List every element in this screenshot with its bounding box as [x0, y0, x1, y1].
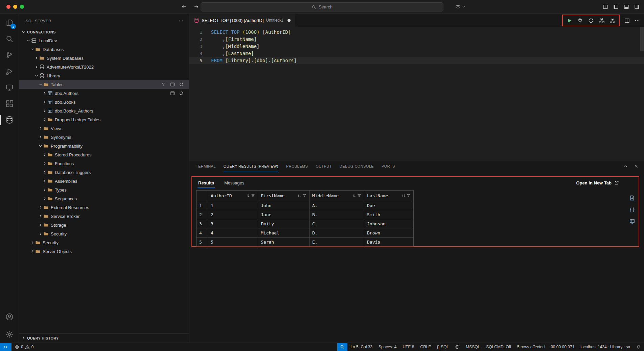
sql-server-activity-button[interactable] — [0, 112, 19, 128]
query-duration-status[interactable]: 00:00:00.071 — [548, 343, 577, 351]
tree-item-security-server[interactable]: Security — [19, 238, 189, 247]
panel-tab-query-results[interactable]: QUERY RESULTS (PREVIEW) — [224, 160, 278, 172]
language-globe-status[interactable] — [452, 343, 463, 351]
problems-status[interactable]: 0 0 — [12, 343, 37, 351]
tree-item-dbo-books[interactable]: dbo.Books — [19, 98, 189, 106]
panel-tab-output[interactable]: OUTPUT — [316, 160, 332, 172]
sidebar-more-actions-button[interactable] — [178, 18, 184, 24]
maximize-panel-button[interactable] — [623, 164, 628, 169]
grid-row[interactable]: 5 5 Sarah E. Davis — [197, 237, 414, 247]
grid-column-authorid[interactable]: AuthorID — [208, 191, 258, 201]
grid-row[interactable]: 2 2 Jane B. Smith — [197, 210, 414, 219]
sort-icon[interactable] — [297, 194, 301, 198]
panel-tab-problems[interactable]: PROBLEMS — [286, 160, 308, 172]
more-actions-button[interactable] — [635, 18, 640, 23]
save-csv-button[interactable] — [629, 195, 635, 201]
language-mode-status[interactable]: {} SQL — [434, 343, 452, 351]
split-editor-button[interactable] — [624, 18, 630, 23]
tree-item-types[interactable]: Types — [19, 185, 189, 194]
tree-item-sequences[interactable]: Sequences — [19, 194, 189, 203]
tree-item-dbo-books-authors[interactable]: dbo.Books_Authors — [19, 106, 189, 115]
grid-row[interactable]: 4 4 Michael D. Brown — [197, 228, 414, 237]
disconnect-button[interactable] — [577, 18, 583, 24]
open-in-new-tab-button[interactable]: Open in New Tab — [576, 180, 634, 185]
tree-item-dbo-authors[interactable]: dbo.Authors — [19, 89, 189, 98]
tree-item-external-resources[interactable]: External Resources — [19, 203, 189, 212]
connections-section-header[interactable]: CONNECTIONS — [19, 28, 189, 36]
indentation-status[interactable]: Spaces: 4 — [375, 343, 399, 351]
results-tab[interactable]: Results — [198, 177, 215, 188]
tree-item-databases[interactable]: Databases — [19, 45, 189, 54]
tree-item-security-database[interactable]: Security — [19, 229, 189, 238]
run-debug-activity-button[interactable] — [0, 63, 19, 79]
remote-explorer-activity-button[interactable] — [0, 79, 19, 96]
connection-status[interactable]: localhost,1434 : Library : sa — [577, 343, 633, 351]
tree-item-storage[interactable]: Storage — [19, 221, 189, 229]
toggle-secondary-sidebar-button[interactable] — [634, 4, 640, 9]
panel-tab-ports[interactable]: PORTS — [382, 160, 395, 172]
sort-icon[interactable] — [246, 194, 250, 198]
select-top-button[interactable] — [170, 91, 175, 96]
tree-item-database-triggers[interactable]: Database Triggers — [19, 168, 189, 177]
copilot-menu[interactable] — [455, 4, 466, 9]
close-window-button[interactable] — [6, 5, 10, 9]
save-json-button[interactable] — [629, 207, 635, 213]
source-control-activity-button[interactable] — [0, 47, 19, 63]
cursor-position-status[interactable]: Ln 5, Col 33 — [347, 343, 375, 351]
refresh-button[interactable] — [179, 91, 184, 96]
minimize-window-button[interactable] — [13, 5, 17, 9]
estimated-plan-button[interactable] — [599, 18, 605, 24]
tree-item-library[interactable]: Library — [19, 71, 189, 80]
explorer-activity-button[interactable]: 1 — [0, 15, 19, 31]
tree-item-localdev[interactable]: LocalDev — [19, 36, 189, 45]
toggle-primary-sidebar-button[interactable] — [613, 4, 619, 9]
tree-item-programmability[interactable]: Programmability — [19, 142, 189, 150]
toggle-panel-button[interactable] — [624, 4, 629, 9]
sort-icon[interactable] — [401, 194, 406, 198]
tree-item-adventureworks[interactable]: AdventureWorksLT2022 — [19, 62, 189, 71]
tree-item-views[interactable]: Views — [19, 124, 189, 133]
remote-indicator[interactable] — [0, 343, 12, 351]
messages-tab[interactable]: Messages — [224, 177, 245, 188]
code-editor[interactable]: 1SELECT TOP (1000) [AuthorID]2 ,[FirstNa… — [189, 27, 644, 160]
grid-corner-cell[interactable] — [197, 191, 208, 201]
back-button[interactable] — [181, 4, 187, 9]
maximize-window-button[interactable] — [20, 5, 24, 9]
settings-button[interactable] — [0, 326, 19, 343]
editor-scrollbar[interactable] — [640, 27, 644, 51]
filter-icon[interactable] — [407, 194, 411, 198]
tree-item-assemblies[interactable]: Assemblies — [19, 177, 189, 185]
close-panel-button[interactable] — [634, 164, 639, 169]
code-line[interactable]: 1SELECT TOP (1000) [AuthorID] — [189, 29, 644, 36]
code-line[interactable]: 2 ,[FirstName] — [189, 36, 644, 43]
search-input[interactable]: Search — [201, 2, 443, 11]
forward-button[interactable] — [193, 4, 199, 9]
code-line[interactable]: 3 ,[MiddleName] — [189, 43, 644, 50]
tree-item-stored-procedures[interactable]: Stored Procedures — [19, 150, 189, 159]
search-activity-button[interactable] — [0, 31, 19, 47]
extensions-activity-button[interactable] — [0, 96, 19, 112]
grid-column-middlename[interactable]: MiddleName — [309, 191, 364, 201]
code-line[interactable]: 4 ,[LastName] — [189, 50, 644, 57]
query-history-section-header[interactable]: QUERY HISTORY — [19, 333, 189, 343]
rows-affected-status[interactable]: 5 rows affected — [514, 343, 548, 351]
code-line[interactable]: 5FROM [Library].[dbo].[Authors] — [189, 57, 644, 64]
notifications-button[interactable] — [633, 343, 644, 351]
run-query-button[interactable] — [566, 18, 572, 24]
sort-icon[interactable] — [352, 194, 356, 198]
new-table-button[interactable] — [170, 82, 175, 87]
filter-icon[interactable] — [357, 194, 361, 198]
editor-tab-untitled-1[interactable]: SELECT TOP (1000) [AuthorID] Untitled-1 — [189, 14, 295, 27]
tree-item-synonyms[interactable]: Synonyms — [19, 133, 189, 142]
customize-layout-button[interactable] — [603, 4, 608, 9]
zoom-indicator[interactable] — [337, 343, 347, 351]
tree-item-functions[interactable]: Functions — [19, 159, 189, 168]
panel-tab-terminal[interactable]: TERMINAL — [196, 160, 216, 172]
accounts-button[interactable] — [0, 309, 19, 325]
filter-icon[interactable] — [251, 194, 255, 198]
filter-button[interactable] — [161, 82, 166, 87]
save-excel-button[interactable] — [629, 219, 635, 225]
refresh-button[interactable] — [179, 82, 184, 87]
encoding-status[interactable]: UTF-8 — [399, 343, 417, 351]
tree-item-tables[interactable]: Tables — [19, 80, 189, 89]
